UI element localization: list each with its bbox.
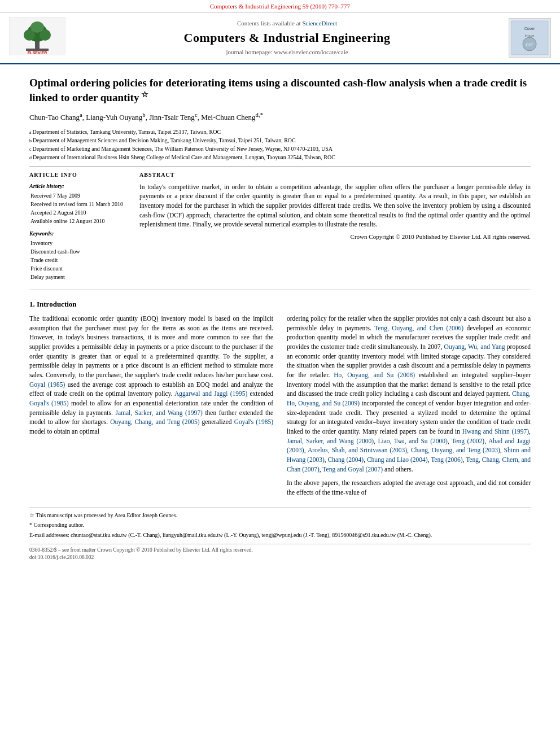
info-abstract-row: ARTICLE INFO Article history: Received 7… [29,171,531,282]
ref-ouyang2007[interactable]: Ouyang, Wu, and Yang [444,343,505,350]
journal-title: Computers & Industrial Engineering [71,29,503,47]
body-columns: The traditional economic order quantity … [29,314,531,502]
ref-chang2003[interactable]: Chang, Ouyang, and Teng (2003) [411,447,500,453]
journal-homepage: journal homepage: www.elsevier.com/locat… [71,48,503,56]
ref-chung2004[interactable]: Chung and Liao (2004) [367,456,428,463]
title-star: ☆ [139,90,148,99]
svg-text:Cover: Cover [524,27,535,30]
intro-section: 1. Introduction The traditional economic… [29,299,531,502]
affil-d: dDepartment of International Business Hs… [29,153,531,161]
affil-c: cDepartment of Marketing and Management … [29,145,531,153]
svg-text:ELSEVIER: ELSEVIER [28,51,47,55]
intro-col2-p1: ordering policy for the retailer when th… [287,314,531,474]
divider [29,166,531,167]
ref-teng2002[interactable]: Teng (2002) [452,438,484,444]
copyright-line: Crown Copyright © 2010 Published by Else… [139,233,531,241]
abstract-panel: ABSTRACT In today's competitive market, … [139,171,531,282]
ref-jamal1997[interactable]: Jamal, Sarker, and Wang (1997) [115,409,202,416]
footnote-2: * Corresponding author. [29,521,531,530]
abstract-heading: ABSTRACT [139,171,531,179]
date-received: Received 7 May 2009 [29,192,128,200]
article-info-panel: ARTICLE INFO Article history: Received 7… [29,171,128,282]
affil-b: bDepartment of Management Sciences and D… [29,136,531,145]
ref-jamal2000[interactable]: Jamal, Sarker, and Wang (2000) [287,438,374,444]
ref-liao2000[interactable]: Liao, Tsai, and Su (2000) [378,438,448,444]
date-accepted: Accepted 2 August 2010 [29,209,128,217]
kw-delay-payment: Delay payment [29,273,128,281]
journal-header: ELSEVIER Contents lists available at Sci… [0,12,560,64]
intro-col2: ordering policy for the retailer when th… [287,314,531,502]
ref-arcelus2003[interactable]: Arcelus, Shah, and Srinivasan (2003) [308,447,407,453]
ref-ho2008[interactable]: Ho, Ouyang, and Su (2008) [334,372,415,378]
footnote-1: ☆ This manuscript was processed by Area … [29,512,531,520]
ref-hwang1997[interactable]: Hwang and Shinn (1997) [462,428,529,435]
affiliations: aDepartment of Statistics, Tamkang Unive… [29,128,531,161]
divider2 [29,290,531,290]
ref-teng2006[interactable]: Teng, Ouyang, and Chen (2006) [374,325,463,331]
svg-point-5 [30,21,44,33]
intro-col1: The traditional economic order quantity … [29,314,273,502]
date-revised: Received in revised form 11 March 2010 [29,200,128,208]
history-label: Article history: [29,182,128,190]
svg-text:CIE: CIE [526,42,533,47]
elsevier-logo-area: ELSEVIER [9,17,65,58]
ref-chang2004[interactable]: Chang (2004) [328,456,364,463]
intro-col2-p2: In the above papers, the researchers ado… [287,478,531,497]
kw-price-discount: Price discount [29,265,128,273]
ref-chang2009[interactable]: Chang, Ho, Ouyang, and Su (2009) [287,390,531,407]
abstract-text: In today's competitive market, in order … [139,182,531,229]
ref-goyal1985c[interactable]: Goyal's (1985) [234,418,273,425]
paper-container: Optimal ordering policies for deteriorat… [0,64,560,570]
kw-trade-credit: Trade credit [29,256,128,264]
svg-text:Image: Image [525,34,535,37]
ref-goyal1985[interactable]: Goyal (1985) [29,381,65,388]
elsevier-tree-logo: ELSEVIER [9,17,65,55]
kw-dcf: Discounted cash-flow [29,248,128,256]
copyright-bottom: 0360-8352/$ – see front matter Crown Cop… [29,547,531,554]
journal-header-center: Contents lists available at ScienceDirec… [71,19,503,57]
paper-title: Optimal ordering policies for deteriorat… [29,76,531,106]
ref-ouyang2005[interactable]: Ouyang, Chang, and Teng (2005) [110,418,199,425]
footnote-3: E-mail addresses: chuntao@stat.tku.edu.t… [29,531,531,540]
journal-top-bar: Computers & Industrial Engineering 59 (2… [0,0,560,12]
authors-line: Chun-Tao Changa, Liang-Yuh Ouyangb, Jinn… [29,111,531,123]
affil-a: aDepartment of Statistics, Tamkang Unive… [29,128,531,136]
bottom-bar: 0360-8352/$ – see front matter Crown Cop… [29,544,531,562]
keywords-label: Keywords: [29,230,128,238]
sciencedirect-link[interactable]: ScienceDirect [302,20,337,27]
sciencedirect-line: Contents lists available at ScienceDirec… [71,19,503,28]
intro-heading: 1. Introduction [29,299,531,309]
journal-citation: Computers & Industrial Engineering 59 (2… [210,3,350,10]
ref-goyal1985b[interactable]: Goyal's (1985) [29,400,69,407]
doi-line: doi:10.1016/j.cie.2010.08.002 [29,554,531,561]
intro-col1-p1: The traditional economic order quantity … [29,314,273,436]
ref-teng2006b[interactable]: Teng (2006) [431,456,462,463]
ref-teng-goyal2007[interactable]: Teng and Goyal (2007) [322,466,383,473]
date-online: Available online 12 August 2010 [29,217,128,225]
footnote-area: ☆ This manuscript was processed by Area … [29,508,531,540]
ref-aggarwal1995[interactable]: Aggarwal and Jaggi (1995) [174,390,247,397]
journal-thumbnail: Cover Image CIE [509,18,551,58]
article-info-heading: ARTICLE INFO [29,171,128,179]
kw-inventory: Inventory [29,239,128,247]
